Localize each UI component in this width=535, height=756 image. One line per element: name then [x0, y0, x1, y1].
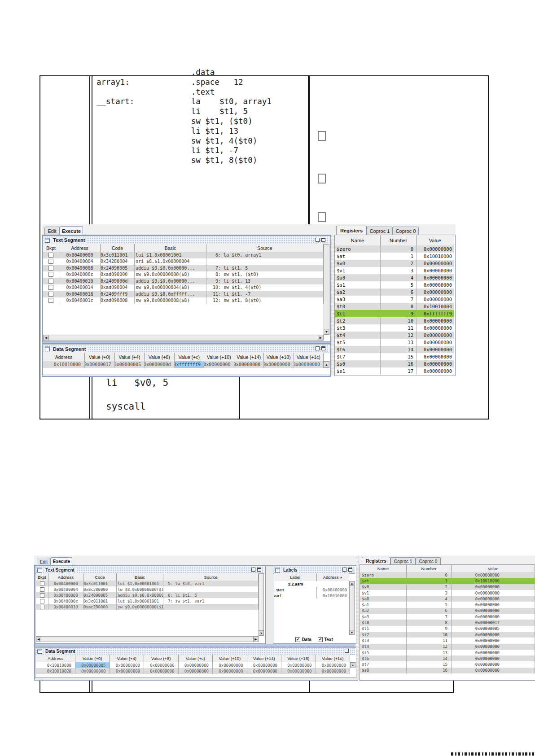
register-number-cell[interactable]: 3 — [381, 267, 417, 274]
basic-cell[interactable]: sw $9,0x00000000($8) — [135, 271, 206, 278]
register-number-cell[interactable]: 6 — [407, 608, 452, 614]
label-address-cell[interactable]: 0x00400000 — [317, 587, 349, 593]
table-row[interactable]: $a040x00000000 — [335, 274, 454, 281]
register-value-cell[interactable]: 0x00000000 — [417, 324, 454, 332]
register-name-cell[interactable]: $t6 — [335, 346, 381, 353]
cell[interactable]: 0x00000000 — [179, 662, 213, 668]
source-cell[interactable]: 12: sw $t1, 8($t0) — [206, 297, 324, 304]
data-segment-titlebar[interactable]: Data Segment — [35, 648, 355, 655]
code-cell[interactable]: 0x24090005 — [101, 265, 135, 271]
table-row[interactable]: $v130x00000000 — [360, 590, 535, 596]
table-row[interactable]: 0x004000040x8c280000lw $8,0x00000000($1) — [36, 586, 259, 592]
code-cell[interactable]: 0x3c011001 — [101, 252, 135, 258]
table-row[interactable]: 0x004000180x2409fff9addiu $9,$0,0xfffff.… — [43, 291, 324, 297]
code-cell[interactable]: 0x2409000d — [101, 278, 135, 284]
table-row[interactable]: 0x004000080x24090005addiu $9,$0,0x00000.… — [43, 265, 324, 271]
table-row[interactable]: $t080x10010004 — [335, 303, 454, 310]
breakpoint-cell[interactable] — [36, 581, 48, 586]
code-cell[interactable]: 0x3c011001 — [83, 581, 117, 586]
breakpoint-cell[interactable] — [43, 265, 59, 271]
register-number-cell[interactable]: 11 — [381, 324, 417, 332]
text-segment-hscrollbar[interactable] — [43, 335, 324, 341]
source-cell[interactable]: 11: li $t1, -7 — [206, 291, 324, 297]
register-number-cell[interactable]: 11 — [407, 638, 452, 643]
register-value-cell[interactable]: 0x00000017 — [452, 620, 535, 625]
text-segment-vscrollbar[interactable] — [259, 573, 264, 636]
maximize-icon[interactable] — [348, 568, 352, 572]
table-row[interactable]: $t4120x00000000 — [360, 644, 535, 650]
scroll-right-button[interactable]: ▶ — [253, 636, 259, 642]
address-cell[interactable]: 0x00400004 — [59, 258, 101, 265]
table-row[interactable]: 0x100100000x000000050x000000000x00000000… — [36, 662, 350, 668]
table-row[interactable]: $s0160x00000000 — [360, 668, 535, 673]
breakpoint-cell[interactable] — [43, 278, 59, 284]
horizontal-splitter[interactable] — [43, 341, 330, 344]
register-name-cell[interactable]: $v1 — [335, 267, 381, 274]
address-cell[interactable]: 0x00400008 — [59, 265, 101, 271]
breakpoint-cell[interactable] — [43, 291, 59, 297]
table-row[interactable]: $zero00x00000000 — [335, 245, 454, 253]
address-cell[interactable]: 0x00400004 — [48, 586, 83, 592]
register-number-cell[interactable]: 13 — [381, 339, 417, 346]
register-name-cell[interactable]: $t5 — [335, 339, 381, 346]
register-value-cell[interactable]: 0x00000000 — [452, 632, 535, 638]
scroll-left-button[interactable]: ◀ — [43, 335, 49, 341]
maximize-icon[interactable] — [257, 568, 261, 572]
register-name-cell[interactable]: $t1 — [335, 310, 381, 317]
basic-cell[interactable]: sw $9,0x00000004($8) — [135, 284, 206, 291]
filter-checkbox-group[interactable]: ✔Data — [295, 637, 311, 642]
table-row[interactable]: $t3110x00000000 — [360, 638, 535, 643]
breakpoint-checkbox[interactable] — [40, 593, 44, 598]
breakpoint-checkbox[interactable] — [48, 279, 53, 284]
register-name-cell[interactable]: $at — [360, 578, 407, 584]
register-number-cell[interactable]: 1 — [407, 578, 452, 584]
table-row[interactable]: $t5130x00000000 — [360, 650, 535, 655]
register-value-cell[interactable]: 0x00000000 — [452, 614, 535, 620]
register-name-cell[interactable]: $a2 — [360, 608, 407, 614]
breakpoint-cell[interactable] — [43, 297, 59, 304]
register-name-cell[interactable]: $t4 — [335, 332, 381, 339]
register-name-cell[interactable]: $t3 — [335, 324, 381, 332]
register-name-cell[interactable]: $a3 — [360, 614, 407, 620]
register-name-cell[interactable]: $t2 — [335, 317, 381, 324]
source-cell[interactable]: 8: sw $t1, ($t0) — [206, 271, 324, 278]
source-cell[interactable]: 5: lw $t0, var1 — [163, 581, 259, 586]
address-cell[interactable]: 0x10010000 — [36, 662, 75, 668]
table-row[interactable]: $t2100x00000000 — [360, 632, 535, 638]
table-row[interactable]: 0x004000040x34280004ori $8,$1,0x00000004 — [43, 258, 324, 265]
register-name-cell[interactable]: $a1 — [335, 281, 381, 288]
register-name-cell[interactable]: $t2 — [360, 632, 407, 638]
register-number-cell[interactable]: 7 — [381, 296, 417, 303]
label-row[interactable]: _start0x00400000 — [274, 587, 349, 593]
register-number-cell[interactable]: 5 — [407, 602, 452, 607]
table-row[interactable]: 0x004000000x3c011001lui $1,0x00001001 6:… — [43, 252, 324, 258]
cell[interactable]: 0x00000000 — [204, 361, 234, 368]
horizontal-splitter[interactable] — [35, 644, 355, 647]
register-number-cell[interactable]: 8 — [407, 620, 452, 625]
tab-registers[interactable]: Registers — [362, 557, 390, 565]
register-number-cell[interactable]: 6 — [381, 288, 417, 296]
label-name-cell[interactable]: _start — [274, 587, 317, 593]
register-number-cell[interactable]: 9 — [381, 310, 417, 317]
table-row[interactable]: 0x0040001c0xad090008sw $9,0x00000008($8)… — [43, 297, 324, 304]
register-value-cell[interactable]: 0x00000000 — [417, 353, 454, 360]
basic-cell[interactable]: addiu $9,$0,0x00000... — [135, 278, 206, 284]
text-segment-hscrollbar[interactable] — [36, 636, 259, 642]
register-value-cell[interactable]: 0x00000000 — [417, 339, 454, 346]
table-row[interactable]: 0x004000100x2409000daddiu $9,$0,0x00000.… — [43, 278, 324, 284]
source-cell[interactable]: 9: li $t1, 13 — [206, 278, 324, 284]
register-value-cell[interactable]: 0x00000000 — [452, 661, 535, 667]
breakpoint-cell[interactable] — [36, 598, 48, 604]
register-name-cell[interactable]: $t0 — [335, 303, 381, 310]
breakpoint-cell[interactable] — [36, 592, 48, 598]
maximize-icon[interactable] — [321, 238, 325, 242]
tab-edit[interactable]: Edit — [44, 227, 60, 235]
tab-edit[interactable]: Edit — [37, 558, 51, 565]
table-row[interactable]: $a040x00000000 — [360, 596, 535, 602]
register-name-cell[interactable]: $v0 — [360, 584, 407, 590]
register-name-cell[interactable]: $s0 — [335, 360, 381, 367]
address-cell[interactable]: 0x00400018 — [59, 291, 101, 297]
source-cell[interactable]: 7: li $t1, 5 — [206, 265, 324, 271]
cell[interactable]: 0xfffffff9 — [175, 361, 205, 368]
register-value-cell[interactable]: 0x00000000 — [417, 332, 454, 339]
